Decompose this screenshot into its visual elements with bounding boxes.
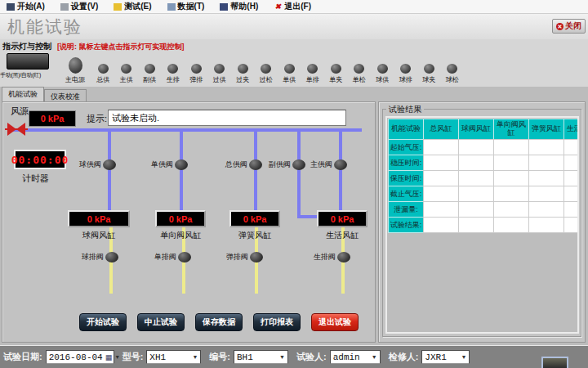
total-supply-valve: 总供阀: [215, 159, 262, 170]
indicator-light: 单松: [348, 52, 372, 84]
result-cell: [458, 170, 494, 186]
air-pressure-display: 0 kPa: [29, 110, 76, 127]
results-row: 稳压时间:: [388, 155, 579, 171]
ball-exhaust-valve: 球排阀: [71, 251, 118, 263]
results-group-title: 试验结果: [386, 104, 424, 115]
valve-bulb-icon[interactable]: [175, 159, 188, 170]
valve-bulb-icon[interactable]: [178, 252, 191, 263]
print-report-button[interactable]: 打印报表: [253, 313, 301, 331]
indicator-light: 过夹: [231, 52, 255, 84]
valve-bulb-icon[interactable]: [250, 252, 263, 263]
results-column-header: 球阀风缸: [458, 119, 494, 140]
exit-test-button[interactable]: 退出试验: [311, 313, 359, 331]
tab-instrument-calibration[interactable]: 仪表校准: [44, 89, 87, 101]
menu-item[interactable]: 测试(E): [114, 1, 151, 12]
indicator-bulb-icon[interactable]: [69, 57, 82, 74]
valve-bulb-icon[interactable]: [105, 252, 118, 263]
indicator-bulb-icon[interactable]: [238, 64, 248, 74]
prompt-message-input[interactable]: [108, 110, 346, 126]
chevron-down-icon: ▼: [458, 354, 466, 360]
user-photo-thumbnail: [541, 357, 568, 368]
indicator-bulb-icon[interactable]: [447, 64, 457, 74]
indicator-bulb-icon[interactable]: [424, 64, 434, 74]
check-valve-cylinder: 0 kPa 单向阀风缸: [155, 210, 206, 241]
app-icon: [7, 3, 15, 11]
ball-valve-cylinder: 0 kPa 球阀风缸: [68, 210, 130, 241]
button-label: 开始试验: [87, 316, 119, 328]
indicator-light: 主供: [115, 52, 139, 84]
indicator-bulb-icon[interactable]: [261, 64, 271, 74]
results-column-header: 单向阀风缸: [493, 119, 529, 140]
menu-item[interactable]: 退出(F): [274, 1, 311, 12]
menu-item[interactable]: 帮助(H): [220, 1, 258, 12]
save-data-button[interactable]: 保存数据: [195, 313, 243, 331]
results-row-label: 保压时间:: [388, 170, 424, 186]
result-cell: [493, 186, 529, 202]
indicator-bulb-icon[interactable]: [98, 64, 109, 74]
indicator-light-label: 主电源: [65, 75, 85, 84]
air-source-label: 风源: [11, 105, 29, 118]
indicator-bulb-icon[interactable]: [121, 64, 131, 74]
indicator-light: 球排: [394, 52, 418, 84]
menu-item-label: 设置(V): [71, 1, 98, 12]
status-field-label: 试验日期:: [3, 351, 42, 363]
pipe-segment: [297, 130, 301, 218]
indicator-light: 过供: [208, 52, 232, 84]
indicator-bulb-icon[interactable]: [354, 64, 364, 74]
indicator-bulb-icon[interactable]: [377, 64, 388, 74]
status-field-combobox[interactable]: XH1 ▦ ▼: [146, 350, 201, 364]
indicator-bulb-icon[interactable]: [400, 64, 411, 74]
exit-icon: [274, 3, 282, 11]
pipe-segment: [254, 130, 257, 212]
cylinder-label: 弹簧风缸: [229, 230, 280, 241]
indicator-light: 副供: [138, 52, 162, 84]
results-column-header: 弹簧风缸: [528, 119, 564, 140]
status-field-label: 试验人:: [296, 351, 327, 363]
results-table: 机能试验 总风缸 球阀风缸 单向阀风缸 弹簧风缸 生活风缸: [388, 119, 579, 232]
result-cell: [458, 217, 494, 233]
manual-auto-mode-button[interactable]: [7, 53, 49, 70]
indicator-bulb-icon[interactable]: [145, 64, 155, 74]
indicator-bulb-icon[interactable]: [331, 64, 341, 74]
status-field-combobox[interactable]: admin ▦ ▼: [330, 350, 381, 364]
action-button-row: 开始试验 中止试验 保存数据 打印报表 退出试验: [79, 313, 359, 331]
close-button[interactable]: 关闭: [552, 19, 586, 34]
valve-bulb-icon[interactable]: [103, 159, 116, 170]
indicator-light: 单排: [301, 52, 325, 84]
inspector-field: 检修人: JXR1 ▦ ▼: [389, 350, 470, 364]
valve-label: 弹排阀: [226, 252, 248, 263]
valve-bulb-icon[interactable]: [334, 159, 347, 170]
indicator-light-label: 球排: [399, 75, 412, 84]
indicator-bulb-icon[interactable]: [307, 64, 318, 74]
ball-supply-valve: 球供阀: [69, 159, 116, 170]
indicator-bulb-icon[interactable]: [284, 64, 295, 74]
indicator-light-label: 弹排: [189, 75, 203, 84]
menu-item-label: 开始(A): [17, 1, 45, 12]
indicator-light-label: 单松: [353, 75, 366, 84]
chevron-down-icon: ▼: [277, 354, 285, 360]
test-icon: [114, 3, 122, 11]
status-field-combobox[interactable]: 2016-08-04 ▦ ▼: [46, 350, 114, 364]
abort-test-button[interactable]: 中止试验: [137, 313, 185, 331]
indicator-bulb-icon[interactable]: [167, 64, 178, 74]
close-button-label: 关闭: [565, 20, 581, 32]
start-test-button[interactable]: 开始试验: [79, 313, 127, 331]
menu-item[interactable]: 设置(V): [60, 1, 98, 12]
valve-bulb-icon[interactable]: [337, 252, 350, 263]
status-field-combobox[interactable]: BH1 ▦ ▼: [234, 350, 288, 364]
results-row-label: 截止气压:: [388, 186, 424, 202]
indicator-bulb-icon[interactable]: [191, 64, 202, 74]
tab-function-test[interactable]: 机能试验: [2, 87, 44, 101]
result-cell: [458, 155, 494, 171]
indicator-light-label: 单排: [306, 75, 319, 84]
cylinder-label: 单向阀风缸: [155, 230, 206, 241]
menu-item[interactable]: 数据(T): [167, 1, 205, 12]
indicator-light: 球松: [441, 52, 465, 84]
single-supply-valve: 单供阀: [140, 159, 188, 170]
status-field-combobox[interactable]: JXR1 ▦ ▼: [421, 350, 470, 364]
indicator-light-label: 球供: [376, 75, 389, 84]
result-cell: [423, 217, 459, 233]
menu-item[interactable]: 开始(A): [7, 1, 45, 12]
result-cell: [493, 139, 529, 155]
indicator-bulb-icon[interactable]: [214, 64, 225, 74]
